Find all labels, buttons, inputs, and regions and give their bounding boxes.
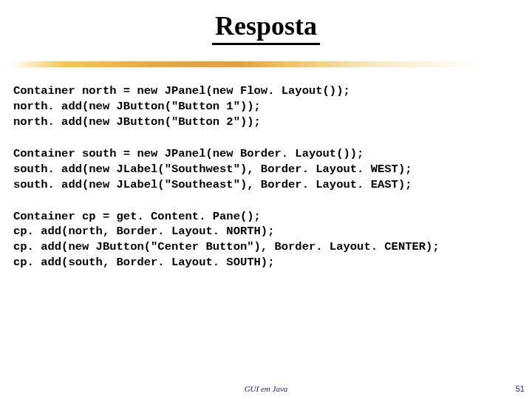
code-line: south. add(new JLabel("Southwest"), Bord… xyxy=(13,162,519,177)
content-area: Container north = new JPanel(new Flow. L… xyxy=(0,75,532,270)
code-line: cp. add(new JButton("Center Button"), Bo… xyxy=(13,239,519,255)
code-line: south. add(new JLabel("Southeast"), Bord… xyxy=(13,177,519,193)
code-block-3: Container cp = get. Content. Pane(); cp.… xyxy=(13,209,519,271)
code-line: Container south = new JPanel(new Border.… xyxy=(13,146,519,162)
code-line: cp. add(south, Border. Layout. SOUTH); xyxy=(13,255,519,270)
code-block-1: Container north = new JPanel(new Flow. L… xyxy=(13,83,519,130)
code-line: north. add(new JButton("Button 2")); xyxy=(13,115,519,130)
page-number: 51 xyxy=(516,384,525,393)
code-line: Container cp = get. Content. Pane(); xyxy=(13,209,519,225)
decorative-rule xyxy=(0,61,532,67)
code-line: cp. add(north, Border. Layout. NORTH); xyxy=(13,224,519,239)
title-wrap: Resposta xyxy=(0,0,532,45)
code-line: north. add(new JButton("Button 1")); xyxy=(13,99,519,115)
slide-title: Resposta xyxy=(212,10,320,45)
footer: GUI em Java 51 xyxy=(0,384,532,393)
code-line: Container north = new JPanel(new Flow. L… xyxy=(13,83,519,99)
code-block-2: Container south = new JPanel(new Border.… xyxy=(13,146,519,193)
footer-text: GUI em Java xyxy=(0,384,532,393)
